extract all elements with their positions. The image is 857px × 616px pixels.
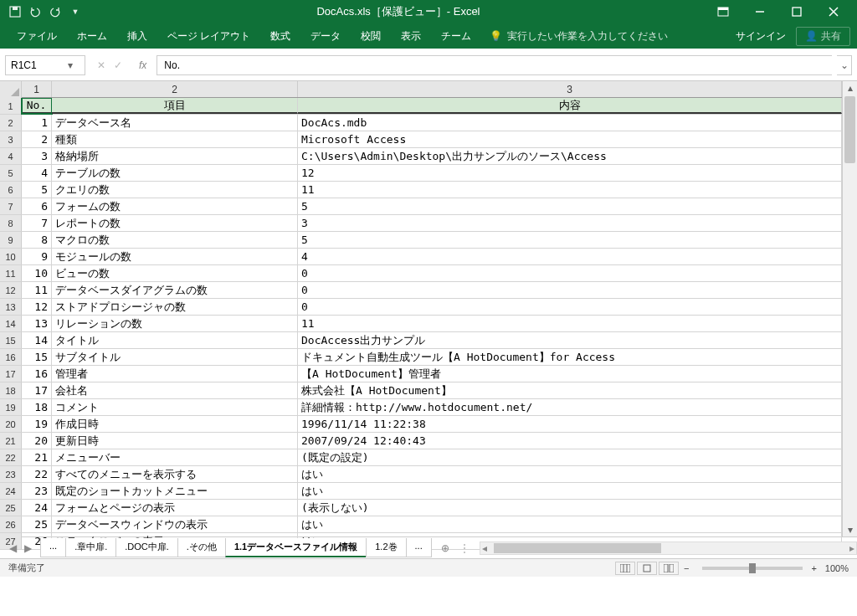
cell-content[interactable]: 【A HotDocument】管理者 — [298, 366, 842, 382]
undo-icon[interactable] — [28, 5, 42, 18]
zoom-in-button[interactable]: + — [811, 563, 816, 573]
zoom-level[interactable]: 100% — [825, 563, 849, 573]
sheet-tab[interactable]: ... — [40, 538, 66, 557]
fx-icon[interactable]: fx — [134, 59, 151, 71]
formula-expand-button[interactable]: ⌄ — [837, 55, 852, 75]
cell-no[interactable]: 10 — [22, 265, 52, 281]
cell-content[interactable]: DocAcs.mdb — [298, 115, 842, 131]
row-header[interactable]: 17 — [0, 366, 22, 382]
cell-no[interactable]: 3 — [22, 148, 52, 164]
cell-content[interactable]: 5 — [298, 232, 842, 248]
row-header[interactable]: 11 — [0, 265, 22, 281]
zoom-out-button[interactable]: − — [684, 563, 689, 573]
cell-item[interactable]: データベースウィンドウの表示 — [52, 516, 298, 532]
sheet-tab[interactable]: ... — [406, 538, 432, 557]
cell-item[interactable]: サブタイトル — [52, 349, 298, 365]
page-layout-view-button[interactable] — [637, 562, 657, 575]
cell-no[interactable]: 15 — [22, 349, 52, 365]
ribbon-tab[interactable]: チーム — [431, 23, 481, 49]
sheet-tab[interactable]: 1.1データベースファイル情報 — [225, 538, 367, 557]
col-header-2[interactable]: 2 — [52, 81, 298, 97]
cell-no[interactable]: 19 — [22, 416, 52, 432]
row-header[interactable]: 4 — [0, 148, 22, 164]
cell-content[interactable]: はい — [298, 516, 842, 532]
cell-item[interactable]: 既定のショートカットメニュー — [52, 483, 298, 499]
minimize-button[interactable] — [743, 3, 777, 20]
row-header[interactable]: 5 — [0, 165, 22, 181]
tell-me-search[interactable]: 💡 実行したい作業を入力してください — [490, 29, 668, 44]
add-sheet-button[interactable]: ⊕ — [436, 542, 454, 554]
cell-item[interactable]: メニューバー — [52, 449, 298, 465]
cell-no[interactable]: 20 — [22, 433, 52, 449]
cell-content[interactable]: 0 — [298, 282, 842, 298]
cell-no[interactable]: 11 — [22, 282, 52, 298]
cell-content[interactable]: 株式会社【A HotDocument】 — [298, 382, 842, 398]
cell-no[interactable]: 14 — [22, 332, 52, 348]
cell-no[interactable]: 8 — [22, 232, 52, 248]
cell-no[interactable]: 13 — [22, 316, 52, 331]
cancel-icon[interactable]: ✕ — [97, 59, 105, 71]
row-header[interactable]: 22 — [0, 449, 22, 465]
cell-content[interactable]: 11 — [298, 182, 842, 198]
cell-no[interactable]: 2 — [22, 131, 52, 147]
cell-content[interactable]: 11 — [298, 316, 842, 331]
sheet-nav-next[interactable]: ▶ — [22, 542, 33, 554]
sheet-tab[interactable]: 1.2巻 — [366, 538, 406, 557]
row-header[interactable]: 3 — [0, 131, 22, 147]
enter-icon[interactable]: ✓ — [114, 59, 122, 71]
cell-content[interactable]: 0 — [298, 265, 842, 281]
chevron-down-icon[interactable]: ▾ — [68, 59, 80, 71]
maximize-button[interactable] — [780, 3, 813, 20]
row-header[interactable]: 20 — [0, 416, 22, 432]
cell-item[interactable]: フォームとページの表示 — [52, 500, 298, 516]
cell-item[interactable]: タイトル — [52, 332, 298, 348]
cell-no-header[interactable]: No. — [22, 98, 52, 114]
close-button[interactable] — [817, 3, 850, 20]
cell-item[interactable]: リレーションの数 — [52, 316, 298, 331]
cell-content[interactable]: 4 — [298, 249, 842, 264]
normal-view-button[interactable] — [615, 562, 635, 575]
cell-content[interactable]: はい — [298, 483, 842, 499]
cell-item[interactable]: 管理者 — [52, 366, 298, 382]
cell-item[interactable]: テーブルの数 — [52, 165, 298, 181]
cell-item[interactable]: 作成日時 — [52, 416, 298, 432]
vertical-scrollbar[interactable]: ▴ ▾ — [842, 81, 857, 536]
cell-content[interactable]: 3 — [298, 215, 842, 231]
cell-item[interactable]: フォームの数 — [52, 198, 298, 214]
row-header[interactable]: 24 — [0, 483, 22, 499]
row-header[interactable]: 16 — [0, 349, 22, 365]
select-all-corner[interactable] — [0, 81, 22, 98]
cell-no[interactable]: 23 — [22, 483, 52, 499]
cell-content[interactable]: 詳細情報：http://www.hotdocument.net/ — [298, 399, 842, 415]
cell-content[interactable]: C:\Users\Admin\Desktop\出力サンプルのソース\Access — [298, 148, 842, 164]
sheet-tab[interactable]: .章中扉. — [65, 538, 116, 557]
cell-no[interactable]: 21 — [22, 449, 52, 465]
cell-no[interactable]: 6 — [22, 198, 52, 214]
hscroll-left-icon[interactable]: ◂ — [482, 542, 487, 554]
sheet-nav-prev[interactable]: ◀ — [7, 542, 18, 554]
ribbon-tab[interactable]: ホーム — [67, 23, 117, 49]
row-header[interactable]: 19 — [0, 399, 22, 415]
zoom-thumb[interactable] — [749, 563, 756, 573]
cell-content[interactable]: DocAccess出力サンプル — [298, 332, 842, 348]
page-break-view-button[interactable] — [659, 562, 679, 575]
cell-item[interactable]: 種類 — [52, 131, 298, 147]
cell-item[interactable]: ビューの数 — [52, 265, 298, 281]
redo-icon[interactable] — [49, 5, 62, 18]
cell-item[interactable]: マクロの数 — [52, 232, 298, 248]
ribbon-tab[interactable]: ファイル — [7, 23, 67, 49]
signin-link[interactable]: サインイン — [736, 29, 786, 44]
sheet-tab[interactable]: .DOC中扉. — [115, 538, 178, 557]
hscroll-right-icon[interactable]: ▸ — [849, 542, 854, 554]
cell-content-header[interactable]: 内容 — [298, 98, 842, 114]
cell-content[interactable]: (既定の設定) — [298, 449, 842, 465]
share-button[interactable]: 👤 共有 — [796, 27, 850, 46]
cell-content[interactable]: 0 — [298, 299, 842, 315]
cell-content[interactable]: ドキュメント自動生成ツール【A HotDocument】for Access — [298, 349, 842, 365]
cell-item[interactable]: ストアドプロシージャの数 — [52, 299, 298, 315]
cell-content[interactable]: 2007/09/24 12:40:43 — [298, 433, 842, 449]
cell-content[interactable]: 1996/11/14 11:22:38 — [298, 416, 842, 432]
cell-no[interactable]: 9 — [22, 249, 52, 264]
cell-no[interactable]: 12 — [22, 299, 52, 315]
row-header[interactable]: 18 — [0, 382, 22, 398]
